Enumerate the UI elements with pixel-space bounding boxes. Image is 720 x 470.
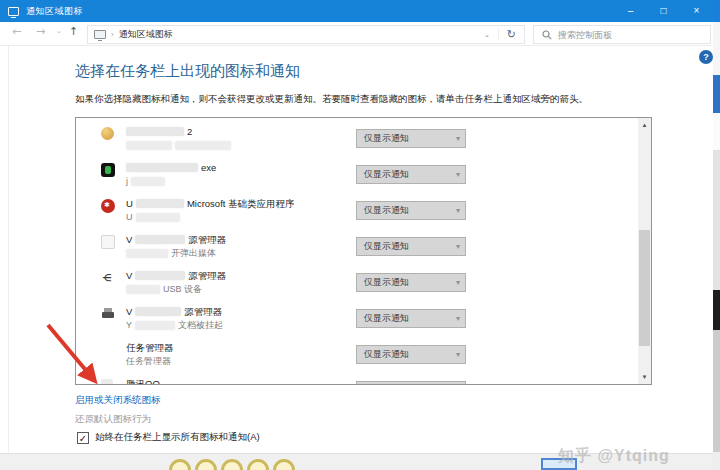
chevron-down-icon: ▾ (456, 274, 460, 291)
behavior-dropdown-value: 仅显示通知 (364, 205, 409, 215)
restore-defaults-link[interactable]: 还原默认图标行为 (75, 413, 151, 426)
address-chevron-icon[interactable]: ⌄ (476, 31, 498, 39)
redacted-text (126, 127, 184, 136)
background-window-edge (713, 290, 720, 330)
window-controls: – □ × (614, 0, 713, 22)
up-button[interactable]: ↑ (69, 25, 78, 38)
chevron-down-icon: ▾ (456, 310, 460, 327)
forward-button[interactable]: → (36, 25, 45, 38)
row-lines: 腾讯QQ (126, 377, 163, 385)
behavior-dropdown-value: 仅显示通知 (364, 169, 409, 179)
row-text-line: 腾讯QQ (126, 377, 163, 385)
scrollbar-thumb[interactable] (639, 230, 650, 346)
redacted-text (135, 321, 175, 330)
back-button[interactable]: ← (12, 25, 21, 38)
row-text-line: UMicrosoft 基础类应用程序 (126, 197, 298, 211)
chevron-down-icon: ▾ (456, 382, 460, 385)
app-red-shield-icon (101, 199, 115, 213)
row-text-line: 开弹出媒体 (126, 247, 229, 259)
row-text: V (126, 234, 132, 245)
row-lines: V源管理器开弹出媒体 (126, 233, 229, 259)
row-text: 2 (187, 126, 192, 137)
row-text-line: V源管理器 (126, 269, 229, 283)
chevron-down-icon: ▾ (456, 130, 460, 147)
row-text: U (126, 212, 133, 222)
behavior-dropdown[interactable]: 仅显示通知▾ (356, 129, 466, 148)
behavior-dropdown[interactable]: 仅显示通知▾ (356, 237, 466, 256)
row-lines: V源管理器Y文档被挂起 (126, 305, 226, 331)
row-text-line: 任务管理器 (126, 355, 177, 367)
behavior-dropdown[interactable]: 仅显示通知▾ (356, 273, 466, 292)
behavior-dropdown[interactable]: 仅显示通知▾ (356, 165, 466, 184)
enable-system-icons-link[interactable]: 启用或关闭系统图标 (75, 394, 161, 407)
refresh-icon[interactable]: ↻ (498, 28, 524, 41)
chevron-down-icon: ▾ (456, 202, 460, 219)
checkmark-icon: ✓ (79, 433, 87, 444)
minimize-button[interactable]: – (614, 0, 647, 22)
behavior-dropdown[interactable]: 仅显示通知▾ (356, 381, 466, 385)
search-icon (542, 30, 552, 40)
page-title: 选择在任务栏上出现的图标和通知 (75, 62, 300, 81)
show-all-checkbox[interactable]: ✓ (77, 432, 89, 444)
redacted-text (126, 249, 168, 258)
row-text-line: U (126, 211, 298, 223)
show-all-row: ✓ 始终在任务栏上显示所有图标和通知(A) (77, 431, 260, 444)
computer-icon (94, 30, 106, 39)
help-icon[interactable]: ? (699, 50, 713, 64)
breadcrumb-current[interactable]: 通知区域图标 (119, 28, 173, 41)
chevron-down-icon: ▾ (456, 346, 460, 363)
background-window-edge (713, 150, 720, 290)
redacted-text (126, 141, 172, 150)
page-description: 如果你选择隐藏图标和通知，则不会获得更改或更新通知。若要随时查看隐藏的图标，请单… (75, 93, 635, 106)
redacted-text (131, 177, 165, 186)
redacted-text (136, 213, 180, 222)
app-pet-icon (101, 127, 114, 140)
row-text-line: exe (126, 161, 219, 175)
row-text: 源管理器 (184, 306, 222, 317)
behavior-dropdown-value: 仅显示通知 (364, 277, 409, 287)
row-text: 任务管理器 (126, 342, 174, 353)
window-app-icon (8, 7, 19, 16)
row-text: USB 设备 (163, 284, 202, 294)
row-text-line: 2 (126, 125, 234, 139)
scrollbar-down-icon[interactable]: ▼ (638, 370, 651, 384)
list-item: 任务管理器任务管理器仅显示通知▾ (76, 340, 640, 376)
behavior-dropdown[interactable]: 仅显示通知▾ (356, 345, 466, 364)
background-window-edge (713, 75, 720, 113)
background-window-edge (713, 330, 720, 452)
row-lines: exej (126, 161, 219, 187)
search-input[interactable] (558, 30, 710, 40)
maximize-button[interactable]: □ (647, 0, 680, 22)
row-text: 腾讯QQ (126, 378, 160, 385)
behavior-dropdown[interactable]: 仅显示通知▾ (356, 309, 466, 328)
row-text: 开弹出媒体 (171, 248, 216, 258)
smear-icon (101, 379, 113, 385)
watermark: 知乎 @Ytqing (558, 446, 670, 467)
behavior-dropdown-value: 仅显示通知 (364, 241, 409, 251)
row-text: 源管理器 (188, 270, 226, 281)
scrollbar[interactable]: ▲ ▼ (638, 118, 651, 384)
search-box[interactable] (533, 25, 711, 44)
row-text-line: Y文档被挂起 (126, 319, 226, 331)
list-item: V源管理器USB 设备仅显示通知▾ (76, 268, 640, 304)
redacted-text (126, 163, 198, 172)
close-button[interactable]: × (680, 0, 713, 22)
scrollbar-up-icon[interactable]: ▲ (638, 118, 651, 132)
row-text: Microsoft 基础类应用程序 (187, 198, 295, 209)
background-window-edge (713, 452, 720, 470)
row-lines: 2 (126, 125, 234, 151)
behavior-dropdown[interactable]: 仅显示通知▾ (356, 201, 466, 220)
address-bar[interactable]: › 通知区域图标 ⌄ ↻ (87, 25, 525, 44)
background-window-edge (713, 113, 720, 150)
redacted-text (175, 141, 231, 150)
history-chevron-icon[interactable]: ⌄ (56, 27, 62, 35)
row-text-line: V源管理器 (126, 305, 226, 319)
row-lines: 任务管理器任务管理器 (126, 341, 177, 367)
list-item: UMicrosoft 基础类应用程序U仅显示通知▾ (76, 196, 640, 232)
usb-icon (101, 271, 115, 285)
row-text: Y (126, 320, 132, 330)
row-text: 文档被挂起 (178, 320, 223, 330)
row-text-line (126, 139, 234, 151)
background-window-edge (713, 0, 720, 22)
row-text: 任务管理器 (126, 356, 171, 366)
